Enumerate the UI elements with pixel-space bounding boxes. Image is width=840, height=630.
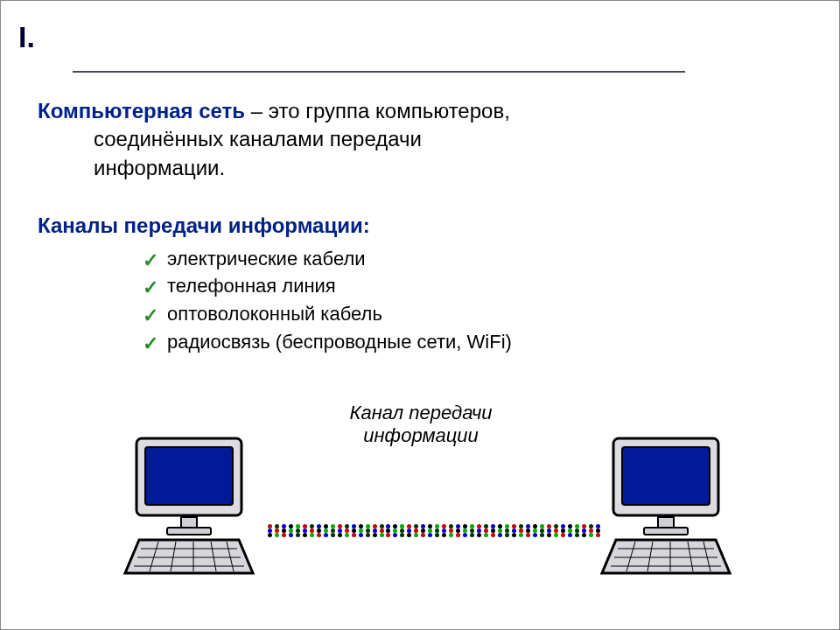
list-item-label: телефонная линия xyxy=(167,275,336,297)
list-item: ✓ оптоволоконный кабель xyxy=(143,301,787,327)
channel-dotted-line xyxy=(268,524,600,540)
diagram: Канал передачи информации xyxy=(1,402,840,594)
svg-rect-2 xyxy=(181,517,197,528)
list-item: ✓ электрические кабели xyxy=(143,246,787,272)
list-item: ✓ телефонная линия xyxy=(143,273,787,299)
list-item-label: электрические кабели xyxy=(167,248,366,270)
check-icon: ✓ xyxy=(143,331,158,357)
svg-rect-3 xyxy=(167,528,211,535)
definition-paragraph: Компьютерная сеть – это группа компьютер… xyxy=(38,97,787,182)
computer-icon xyxy=(115,435,263,578)
svg-rect-14 xyxy=(622,447,710,505)
definition-cont-1: соединённых каналами передачи xyxy=(38,125,787,153)
svg-marker-4 xyxy=(125,540,253,573)
definition-term: Компьютерная сеть xyxy=(38,99,245,122)
body-text: Компьютерная сеть – это группа компьютер… xyxy=(38,97,787,356)
svg-rect-15 xyxy=(658,517,674,528)
channels-heading: Каналы передачи информации: xyxy=(38,212,787,240)
caption-line1: Канал передачи xyxy=(349,402,492,424)
blank-title-underline xyxy=(73,71,685,73)
slide: I. Компьютерная сеть – это группа компью… xyxy=(0,0,840,630)
check-icon: ✓ xyxy=(143,303,158,329)
check-icon: ✓ xyxy=(143,275,158,301)
diagram-caption: Канал передачи информации xyxy=(263,402,578,448)
list-item: ✓ радиосвязь (беспроводные сети, WiFi) xyxy=(143,329,787,355)
svg-rect-1 xyxy=(145,447,233,505)
channels-list: ✓ электрические кабели ✓ телефонная лини… xyxy=(38,246,787,355)
section-number: I. xyxy=(18,20,35,54)
caption-line2: информации xyxy=(363,424,479,446)
list-item-label: радиосвязь (беспроводные сети, WiFi) xyxy=(167,331,512,353)
svg-marker-17 xyxy=(602,540,730,573)
svg-rect-16 xyxy=(644,528,688,535)
definition-rest: – это группа компьютеров, xyxy=(245,99,510,122)
computer-icon xyxy=(592,435,740,578)
list-item-label: оптоволоконный кабель xyxy=(167,303,382,325)
check-icon: ✓ xyxy=(143,248,158,274)
definition-cont-2: информации. xyxy=(38,154,787,182)
